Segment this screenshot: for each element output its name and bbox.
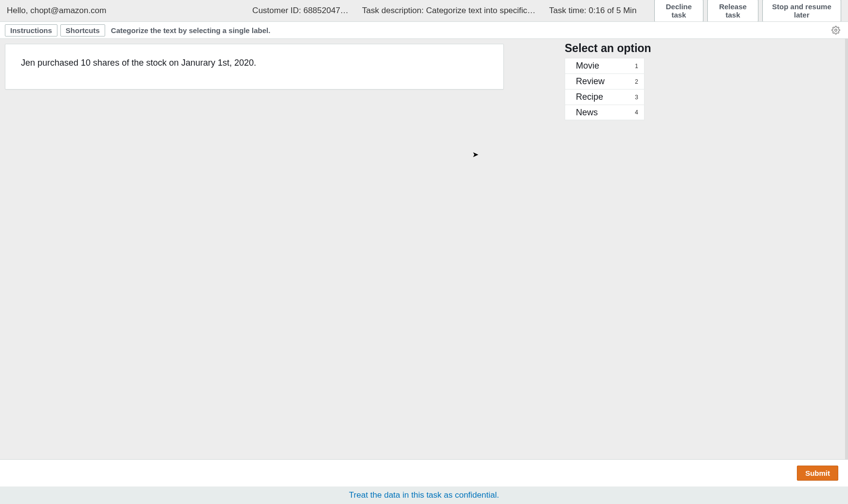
option-label: News — [576, 108, 598, 118]
cursor-icon: ➤ — [472, 150, 479, 159]
customer-id-text: Customer ID: 68852047… — [252, 6, 362, 16]
top-header: Hello, chopt@amazon.com Customer ID: 688… — [0, 0, 848, 21]
submit-bar: Submit — [0, 459, 848, 486]
confidential-banner: Treat the data in this task as confident… — [0, 486, 848, 504]
submit-button[interactable]: Submit — [797, 466, 838, 481]
shortcuts-button[interactable]: Shortcuts — [60, 24, 105, 36]
option-label: Review — [576, 76, 605, 87]
option-movie[interactable]: Movie 1 — [565, 58, 645, 73]
svg-point-0 — [835, 29, 837, 32]
work-area: Jen purchased 10 shares of the stock on … — [0, 39, 848, 469]
task-time-text: Task time: 0:16 of 5 Min — [549, 6, 650, 16]
options-panel: Select an option Movie 1 Review 2 Recipe… — [565, 42, 645, 120]
stop-resume-button[interactable]: Stop and resume later — [762, 0, 841, 22]
option-news[interactable]: News 4 — [565, 105, 645, 120]
option-recipe[interactable]: Recipe 3 — [565, 89, 645, 105]
instruction-text: Categorize the text by selecting a singl… — [108, 26, 271, 35]
sub-header: Instructions Shortcuts Categorize the te… — [0, 21, 848, 39]
release-task-button[interactable]: Release task — [707, 0, 758, 22]
option-shortcut: 3 — [635, 94, 638, 101]
text-to-categorize: Jen purchased 10 shares of the stock on … — [21, 58, 256, 68]
option-shortcut: 2 — [635, 78, 638, 85]
text-to-categorize-card: Jen purchased 10 shares of the stock on … — [5, 44, 504, 90]
scrollbar-track[interactable] — [845, 39, 848, 469]
settings-gear-icon[interactable] — [831, 26, 840, 35]
option-review[interactable]: Review 2 — [565, 73, 645, 89]
instructions-button[interactable]: Instructions — [5, 24, 57, 36]
options-title: Select an option — [565, 42, 645, 55]
option-shortcut: 4 — [635, 109, 638, 116]
decline-task-button[interactable]: Decline task — [654, 0, 704, 22]
confidential-text: Treat the data in this task as confident… — [349, 490, 499, 500]
greeting-text: Hello, chopt@amazon.com — [7, 6, 106, 16]
option-label: Movie — [576, 61, 599, 71]
option-label: Recipe — [576, 92, 603, 102]
task-description-text: Task description: Categorize text into s… — [362, 6, 549, 16]
option-shortcut: 1 — [635, 63, 638, 70]
